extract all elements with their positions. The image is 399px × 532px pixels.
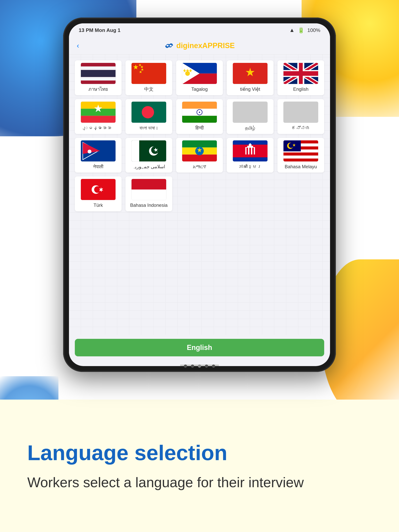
flag-tagalog [182, 63, 217, 84]
action-button[interactable]: English [75, 339, 324, 356]
logo-apprise: APPRISE [202, 41, 235, 50]
lang-label-vietnamese: tiếng Việt [240, 86, 260, 92]
wifi-icon: ▲ [289, 27, 295, 33]
lang-label-tagalog: Tagalog [191, 86, 208, 92]
lang-label-english: English [293, 86, 309, 92]
lang-label-amharic: አማርኛ [193, 164, 206, 170]
lang-item-tamil[interactable]: தமிழ் [227, 99, 274, 134]
svg-point-78 [94, 186, 101, 193]
lang-grid: ภาษาไทย 中文 Tagalog tiếng Việt [75, 60, 324, 211]
lang-item-indonesian[interactable]: Bahasa Indonesia [125, 177, 172, 211]
svg-rect-80 [131, 179, 166, 190]
status-time: 13 PM Mon Aug 1 [79, 27, 120, 33]
lang-item-turkish[interactable]: Türk [75, 177, 122, 211]
svg-rect-64 [246, 148, 248, 154]
svg-rect-2 [81, 70, 116, 77]
flag-turkish [81, 179, 116, 200]
lang-item-bengali[interactable]: বাংলা ভাষা। [125, 99, 172, 134]
flag-khmer [233, 140, 268, 162]
flag-amharic [182, 140, 217, 162]
svg-rect-41 [283, 102, 318, 123]
lang-item-burmese[interactable]: ျမန္မာဘာသာ [75, 99, 122, 134]
flag-malay [283, 140, 318, 162]
flag-thai [81, 63, 116, 84]
svg-rect-37 [182, 116, 217, 123]
lang-item-tagalog[interactable]: Tagalog [176, 60, 223, 95]
flag-burmese [81, 101, 116, 123]
tablet-dot-2 [191, 365, 194, 368]
tablet-device: 13 PM Mon Aug 1 ▲ 🔋 100% ‹ diginexAPPRIS… [63, 18, 336, 372]
lang-item-thai[interactable]: ภาษาไทย [75, 60, 122, 95]
lang-item-urdu[interactable]: اسلامی جمہوریہ [125, 138, 172, 173]
svg-rect-31 [81, 116, 116, 123]
bottom-panel-title: Language selection [27, 440, 372, 466]
lang-label-burmese: ျမန္မာဘာသာ [85, 125, 111, 131]
bottom-panel: Language selection Workers select a lang… [0, 399, 399, 532]
flag-tamil [233, 101, 268, 123]
svg-rect-28 [283, 71, 318, 76]
flag-bengali [131, 101, 166, 123]
lang-label-hindi: हिन्दी [195, 125, 204, 131]
svg-rect-40 [233, 102, 268, 123]
flag-indonesian [131, 179, 166, 200]
lang-item-vietnamese[interactable]: tiếng Việt [227, 60, 274, 95]
lang-item-malay[interactable]: Bahasa Melayu [277, 138, 324, 173]
svg-rect-62 [249, 144, 251, 146]
svg-rect-55 [182, 154, 217, 161]
svg-rect-4 [81, 81, 116, 84]
logo-link-icon [164, 42, 174, 49]
back-button[interactable]: ‹ [77, 42, 79, 50]
svg-point-34 [142, 106, 154, 118]
svg-rect-35 [182, 102, 217, 109]
lang-item-amharic[interactable]: አማርኛ [176, 138, 223, 173]
lang-item-kannada[interactable]: ಕನ್ನಡ [277, 99, 324, 134]
svg-rect-81 [131, 190, 166, 200]
flag-urdu [131, 140, 166, 162]
lang-label-kannada: ಕನ್ನಡ [291, 125, 310, 131]
flag-hindi [182, 101, 217, 123]
svg-rect-1 [81, 66, 116, 70]
lang-label-khmer: ភាសាខ្មែរ [238, 164, 262, 170]
battery-icon: 🔋 [298, 27, 304, 33]
tablet-dot-3 [198, 365, 201, 368]
tablet-dot-5 [212, 365, 215, 368]
lang-label-indonesian: Bahasa Indonesia [130, 203, 167, 208]
svg-rect-49 [131, 140, 139, 162]
flag-vietnamese [233, 63, 268, 84]
lang-item-chinese[interactable]: 中文 [125, 60, 172, 95]
lang-label-urdu: اسلامی جمہوریہ [133, 164, 165, 170]
tablet-screen: 13 PM Mon Aug 1 ▲ 🔋 100% ‹ diginexAPPRIS… [69, 23, 330, 366]
logo-diginex: diginexAPPRISE [176, 41, 235, 50]
battery-percent: 100% [308, 27, 321, 33]
tablet-dot-4 [205, 365, 208, 368]
flag-chinese [131, 63, 166, 84]
status-bar-right: ▲ 🔋 100% [289, 27, 320, 33]
svg-rect-65 [252, 148, 254, 154]
lang-item-nepali[interactable]: नेपाली [75, 138, 122, 173]
svg-point-14 [185, 71, 190, 76]
action-button-container: English [69, 335, 330, 362]
flag-nepali [81, 140, 116, 162]
lang-label-malay: Bahasa Melayu [285, 164, 317, 170]
svg-point-74 [289, 143, 294, 148]
flag-kannada [283, 101, 318, 123]
svg-rect-3 [81, 77, 116, 80]
svg-rect-70 [283, 152, 318, 156]
lang-item-hindi[interactable]: हिन्दी [176, 99, 223, 134]
lang-label-tamil: தமிழ் [245, 125, 255, 131]
app-logo: diginexAPPRISE [164, 41, 235, 50]
svg-rect-5 [131, 63, 166, 84]
lang-label-turkish: Türk [94, 203, 103, 208]
lang-item-khmer[interactable]: ភាសាខ្មែរ [227, 138, 274, 173]
svg-point-39 [199, 112, 200, 113]
lang-item-english[interactable]: English [277, 60, 324, 95]
app-header: ‹ diginexAPPRISE [69, 37, 330, 55]
languages-container: ภาษาไทย 中文 Tagalog tiếng Việt [69, 55, 330, 335]
status-bar: 13 PM Mon Aug 1 ▲ 🔋 100% [69, 23, 330, 37]
tablet-dots [184, 365, 215, 368]
lang-label-thai: ภาษาไทย [89, 86, 108, 92]
flag-english [283, 63, 318, 84]
svg-rect-66 [249, 148, 251, 154]
bottom-panel-subtitle: Workers select a language for their inte… [27, 473, 372, 492]
svg-rect-71 [283, 158, 318, 162]
